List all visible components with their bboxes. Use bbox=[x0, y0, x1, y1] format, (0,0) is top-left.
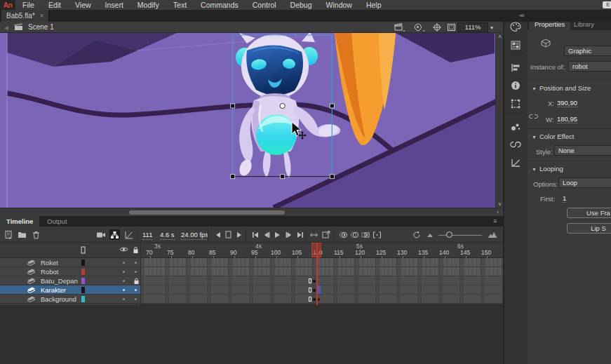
menu-item-commands[interactable]: Commands bbox=[194, 0, 246, 10]
menu-item-insert[interactable]: Insert bbox=[98, 0, 130, 10]
layer-lock-dot[interactable] bbox=[135, 289, 137, 291]
section-collapse-icon[interactable]: ▼ bbox=[532, 167, 537, 172]
collapse-panels-icon[interactable]: «« bbox=[519, 12, 523, 19]
frames-row-robot[interactable] bbox=[141, 267, 503, 276]
align-panel-icon[interactable] bbox=[509, 60, 523, 74]
frame-span-end-marker[interactable] bbox=[309, 288, 311, 292]
scroll-right-icon[interactable]: › bbox=[497, 209, 499, 215]
onion-skin-outlines-button[interactable] bbox=[349, 229, 360, 240]
cc-libraries-panel-icon[interactable] bbox=[509, 137, 523, 151]
instance-of-field[interactable]: robot bbox=[568, 61, 611, 72]
edit-symbols-icon[interactable] bbox=[414, 23, 427, 32]
section-looping[interactable]: ▼Looping bbox=[532, 165, 563, 173]
center-stage-icon[interactable] bbox=[432, 23, 445, 32]
info-panel-icon[interactable] bbox=[509, 79, 523, 93]
w-value[interactable]: 180,95 bbox=[557, 115, 577, 123]
timeline-frames[interactable]: 3s4s5s6s70758085909510010511011512012513… bbox=[141, 243, 503, 364]
step-back-icon[interactable] bbox=[213, 229, 223, 240]
back-arrow-icon[interactable]: ◄ bbox=[3, 24, 10, 32]
section-color-effect[interactable]: ▼Color Effect bbox=[532, 133, 574, 140]
symbol-behavior-dropdown[interactable]: Graphic bbox=[564, 46, 611, 56]
graph-editor-button[interactable] bbox=[123, 229, 134, 240]
layer-row-karakter[interactable]: Karakter bbox=[0, 285, 140, 295]
timeline-zoom-slider[interactable] bbox=[438, 235, 482, 236]
zoom-out-timeline-icon[interactable] bbox=[424, 229, 435, 240]
zoom-in-timeline-icon[interactable] bbox=[487, 229, 497, 240]
timeline-zoom-knob[interactable] bbox=[446, 231, 452, 238]
link-width-height-icon[interactable] bbox=[529, 113, 538, 120]
zoom-chevron-icon[interactable]: ▾ bbox=[490, 25, 493, 31]
new-folder-button[interactable] bbox=[17, 229, 27, 240]
frames-row-karakter[interactable] bbox=[141, 285, 503, 295]
scroll-up-icon[interactable]: ∧ bbox=[498, 34, 502, 39]
section-collapse-icon[interactable]: ▼ bbox=[532, 86, 537, 91]
layer-visibility-dot[interactable] bbox=[123, 289, 125, 291]
scrollbar-thumb[interactable] bbox=[129, 210, 285, 215]
brush-library-panel-icon[interactable] bbox=[509, 119, 523, 133]
vertical-scrollbar[interactable]: ∧ ∨ bbox=[495, 33, 503, 208]
tab-output[interactable]: Output bbox=[41, 216, 74, 227]
style-dropdown[interactable]: None bbox=[554, 145, 611, 156]
edit-multiple-frames-button[interactable] bbox=[361, 229, 371, 240]
layer-name[interactable]: Batu_Depan bbox=[41, 277, 78, 285]
first-frame-value[interactable]: 1 bbox=[563, 194, 566, 203]
menu-item-control[interactable]: Control bbox=[246, 0, 283, 10]
app-logo[interactable]: An bbox=[0, 0, 15, 10]
export-movie-button[interactable] bbox=[321, 229, 332, 240]
step-forward-one-frame-button[interactable] bbox=[283, 229, 294, 240]
layer-lock-dot[interactable] bbox=[135, 262, 137, 264]
layer-name[interactable]: Robot bbox=[41, 268, 58, 276]
edit-scene-icon[interactable] bbox=[394, 23, 407, 32]
keyframe-dot[interactable] bbox=[313, 280, 316, 283]
section-position-size[interactable]: ▼Position and Size bbox=[532, 84, 591, 92]
x-value[interactable]: 390,90 bbox=[557, 99, 577, 107]
frames-row-background[interactable] bbox=[141, 295, 503, 304]
document-tab[interactable]: Bab5.fla* × bbox=[1, 10, 49, 22]
outline-color-column-icon[interactable] bbox=[81, 246, 86, 254]
frame-span-end-marker[interactable] bbox=[309, 278, 311, 283]
playhead-line[interactable] bbox=[316, 243, 318, 305]
menu-item-view[interactable]: View bbox=[68, 0, 98, 10]
layer-lock-dot[interactable] bbox=[135, 298, 137, 300]
close-tab-icon[interactable]: × bbox=[40, 12, 44, 20]
step-forward-icon[interactable] bbox=[234, 229, 244, 240]
go-to-first-frame-button[interactable] bbox=[250, 229, 260, 240]
layer-name[interactable]: Karakter bbox=[41, 286, 66, 294]
go-to-last-frame-button[interactable] bbox=[295, 229, 305, 240]
layer-lock-dot[interactable] bbox=[135, 271, 137, 273]
layer-visibility-dot[interactable] bbox=[123, 298, 125, 300]
layer-visibility-dot[interactable] bbox=[123, 262, 125, 264]
menu-item-window[interactable]: Window bbox=[319, 0, 359, 10]
layer-name[interactable]: Roket bbox=[41, 259, 58, 267]
menu-item-file[interactable]: File bbox=[15, 0, 41, 10]
zoom-level-input[interactable]: 111% bbox=[457, 22, 488, 32]
layer-row-background[interactable]: Background bbox=[0, 295, 140, 304]
swatches-panel-icon[interactable] bbox=[509, 38, 523, 52]
motion-editor-panel-icon[interactable] bbox=[509, 156, 523, 170]
section-collapse-icon[interactable]: ▼ bbox=[532, 135, 537, 140]
menu-item-modify[interactable]: Modify bbox=[130, 0, 166, 10]
layer-outline-color[interactable] bbox=[81, 259, 85, 266]
layer-outline-color[interactable] bbox=[81, 278, 85, 284]
add-camera-button[interactable] bbox=[95, 229, 106, 240]
onion-skin-button[interactable] bbox=[338, 229, 349, 240]
transform-panel-icon[interactable] bbox=[509, 97, 523, 111]
menu-item-edit[interactable]: Edit bbox=[41, 0, 68, 10]
new-layer-button[interactable] bbox=[3, 229, 13, 240]
layer-outline-color[interactable] bbox=[81, 269, 85, 275]
layer-visibility-dot[interactable] bbox=[123, 280, 125, 282]
visibility-column-icon[interactable] bbox=[119, 246, 128, 252]
use-frame-picker-button[interactable]: Use Fra bbox=[567, 208, 611, 218]
frames-row-batu_depan[interactable] bbox=[141, 276, 503, 285]
lip-syncing-button[interactable]: Lip S bbox=[567, 223, 611, 234]
menu-item-help[interactable]: Help bbox=[359, 0, 389, 10]
delete-layer-button[interactable] bbox=[31, 229, 41, 240]
panel-menu-icon[interactable]: ≡ bbox=[493, 217, 497, 224]
stage-canvas[interactable] bbox=[0, 33, 503, 208]
frames-row-roket[interactable] bbox=[141, 258, 503, 267]
frame-rate-value[interactable]: 24.00 fps bbox=[181, 231, 208, 240]
tab-timeline[interactable]: Timeline bbox=[0, 216, 39, 227]
menu-item-debug[interactable]: Debug bbox=[283, 0, 319, 10]
keyframe-dot[interactable] bbox=[313, 298, 316, 301]
elapsed-time-value[interactable]: 4.6 s bbox=[160, 231, 175, 240]
